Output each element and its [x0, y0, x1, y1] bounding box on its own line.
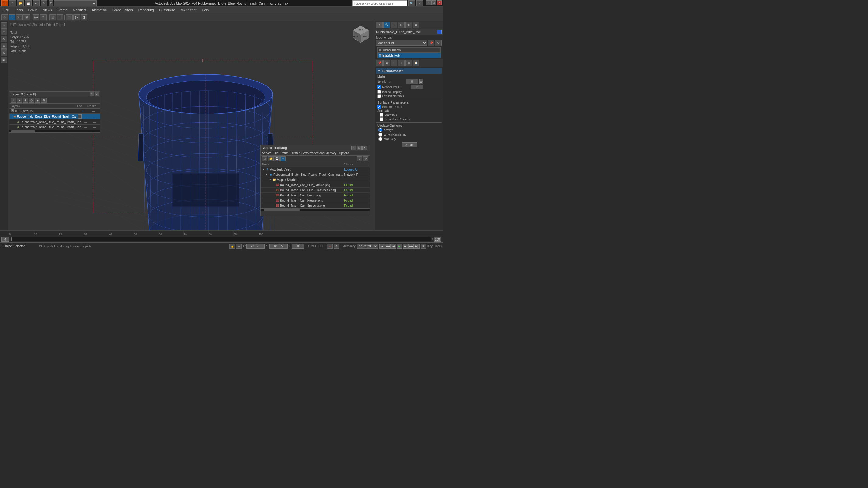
modifier-dropdown[interactable]: Modifier List: [376, 40, 427, 45]
menu-item-edit[interactable]: Edit: [1, 8, 12, 12]
nav-cube[interactable]: TOP RIGHT FRONT: [350, 24, 371, 45]
asset-bitmap-menu[interactable]: Bitmap Performance and Memory: [291, 152, 337, 155]
layer-new-btn[interactable]: +: [11, 98, 16, 103]
menu-item-animation[interactable]: Animation: [89, 8, 109, 12]
utility-panel-btn[interactable]: ⚙: [412, 22, 419, 28]
turbosmooth-header[interactable]: ▼ TurboSmooth: [376, 68, 442, 73]
layer-add-selected-btn[interactable]: ⊕: [23, 98, 28, 103]
menu-item-rendering[interactable]: Rendering: [136, 8, 156, 12]
minimize-btn[interactable]: −: [426, 0, 431, 5]
render-iters-input[interactable]: [411, 85, 423, 89]
render-setup-btn[interactable]: 🎬: [66, 14, 73, 20]
left-tool-2[interactable]: ◻: [1, 29, 7, 35]
layer-row-2[interactable]: ◈ Rubbermaid_Brute_Blue_Round_Trash_Can …: [9, 120, 100, 125]
align-btn[interactable]: ≡: [40, 14, 46, 20]
asset-row-specular[interactable]: 🖼 Round_Trash_Can_Specular.png Found: [261, 203, 370, 208]
lock-icon[interactable]: 🔒: [229, 244, 235, 249]
asset-row-bump[interactable]: 🖼 Round_Trash_Can_Bump.png Found: [261, 193, 370, 198]
asset-help-btn[interactable]: ?: [357, 156, 362, 161]
copy-mod-btn[interactable]: ⧉: [405, 60, 412, 66]
menu-item-group[interactable]: Group: [26, 8, 40, 12]
menu-item-tools[interactable]: Tools: [12, 8, 25, 12]
asset-scrollbar[interactable]: [261, 208, 370, 211]
activeshade-btn[interactable]: ◑: [81, 14, 87, 20]
go-start-btn[interactable]: |◀: [379, 244, 385, 249]
maps-expand[interactable]: ▼: [269, 178, 272, 181]
key-filters-btn[interactable]: ⊞: [421, 244, 426, 249]
search-icon[interactable]: 🔍: [408, 0, 415, 6]
left-tool-6[interactable]: ▣: [1, 57, 7, 63]
menu-item-modifiers[interactable]: Modifiers: [70, 8, 89, 12]
left-tool-3[interactable]: ⟲: [1, 36, 7, 42]
help-btn[interactable]: ?: [416, 0, 423, 6]
iterations-up[interactable]: ▲: [419, 79, 423, 82]
asset-save-btn[interactable]: 💾: [274, 156, 280, 161]
asset-file-menu[interactable]: File: [273, 152, 278, 155]
default-expand[interactable]: ▼: [11, 109, 14, 112]
max-frame-input[interactable]: [434, 237, 441, 242]
update-button[interactable]: Update: [402, 142, 417, 148]
vault-expand[interactable]: ▼: [262, 168, 265, 171]
menu-item-views[interactable]: Views: [40, 8, 54, 12]
undo-btn[interactable]: ↩: [33, 0, 39, 6]
materials-checkbox[interactable]: [380, 113, 383, 117]
search-input[interactable]: [352, 0, 407, 6]
move-mod-down-btn[interactable]: ↓: [398, 60, 405, 66]
maximize-btn[interactable]: □: [431, 0, 436, 5]
selection-filter-icon[interactable]: ⊹: [236, 244, 242, 249]
new-btn[interactable]: □: [9, 0, 16, 6]
next-frame-btn[interactable]: ▶: [403, 244, 408, 249]
asset-row-maps[interactable]: ▼ 📁 Maps / Shaders: [261, 177, 370, 183]
asset-new-btn[interactable]: □: [262, 156, 268, 161]
asset-minimize-btn[interactable]: −: [351, 145, 356, 150]
layer-select-btn[interactable]: ⊹: [29, 98, 34, 103]
move-mod-up-btn[interactable]: ↑: [391, 60, 397, 66]
move-btn[interactable]: ✛: [8, 14, 15, 20]
left-tool-1[interactable]: ⊹: [1, 23, 7, 29]
asset-row-fresnel[interactable]: 🖼 Round_Trash_Can_Fresnel.png Found: [261, 198, 370, 203]
redo-btn[interactable]: ↪: [41, 0, 48, 6]
asset-row-glossiness[interactable]: 🖼 Round_Trash_Can_Blue_Glossiness.png Fo…: [261, 188, 370, 193]
x-input[interactable]: [246, 244, 265, 249]
open-btn[interactable]: 📂: [17, 0, 24, 6]
motion-panel-btn[interactable]: ▷: [398, 22, 405, 28]
smoothing-groups-checkbox[interactable]: [380, 117, 383, 121]
asset-refresh-btn[interactable]: ↻: [363, 156, 368, 161]
render-iters-checkbox[interactable]: [377, 85, 381, 89]
left-tool-5[interactable]: ✎: [1, 50, 7, 56]
display-panel-btn[interactable]: 👁: [405, 22, 412, 28]
layer-help-btn[interactable]: ?: [90, 92, 94, 96]
next-key-btn[interactable]: ▶▶: [408, 244, 414, 249]
auto-key-dropdown[interactable]: Selected: [357, 244, 378, 249]
iterations-down[interactable]: ▼: [419, 82, 423, 84]
prev-frame-btn[interactable]: ◀: [391, 244, 396, 249]
delete-mod-btn[interactable]: 🗑: [383, 60, 390, 66]
workspace-dropdown[interactable]: Workspace: Default: [54, 0, 97, 6]
layer-merge-btn[interactable]: ⊞: [41, 98, 46, 103]
when-rendering-radio[interactable]: [378, 133, 382, 136]
key-icon[interactable]: ⬥: [327, 244, 333, 249]
smooth-result-checkbox[interactable]: [377, 105, 381, 108]
hierarchy-panel-btn[interactable]: ⊢: [391, 22, 397, 28]
app-icon[interactable]: 3: [1, 0, 8, 6]
pin-btn[interactable]: 📌: [376, 60, 383, 66]
save-btn[interactable]: 💾: [25, 0, 32, 6]
menu-item-graph-editors[interactable]: Graph Editors: [110, 8, 135, 12]
asset-server-menu[interactable]: Server: [262, 152, 271, 155]
current-frame-input[interactable]: [1, 237, 9, 242]
paste-mod-btn[interactable]: 📋: [412, 60, 419, 66]
iterations-input[interactable]: [406, 79, 418, 84]
timeline-track[interactable]: [11, 237, 431, 241]
editable-poly-modifier[interactable]: Editable Poly: [377, 53, 440, 58]
explicit-normals-checkbox[interactable]: [377, 94, 381, 98]
asset-options-menu[interactable]: Options: [339, 152, 349, 155]
select-btn[interactable]: ⊹: [1, 14, 8, 20]
asset-list-btn[interactable]: ≡: [280, 156, 286, 161]
prev-key-btn[interactable]: ◀◀: [385, 244, 391, 249]
render-btn[interactable]: ▷: [73, 14, 80, 20]
pin-stack-btn[interactable]: 📌: [428, 40, 434, 46]
menu-item-create[interactable]: Create: [55, 8, 70, 12]
ribbon-btn[interactable]: ⬛: [57, 14, 63, 20]
asset-row-vault[interactable]: ▼ ⊞ Autodesk Vault Logged O: [261, 167, 370, 172]
config-modifiers-btn[interactable]: ⚙: [435, 40, 442, 46]
